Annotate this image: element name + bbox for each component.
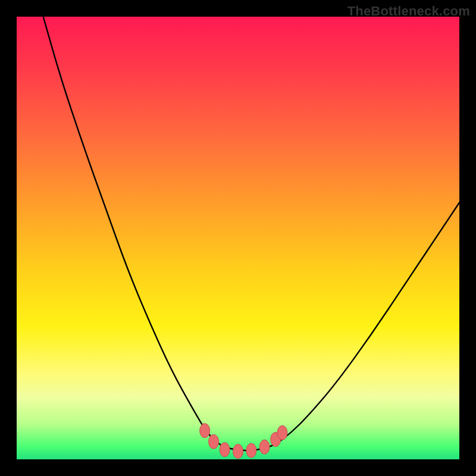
valley-marker	[220, 443, 230, 457]
valley-markers	[200, 424, 287, 459]
valley-marker	[246, 443, 256, 458]
chart-frame: TheBottleneck.com	[0, 0, 476, 476]
valley-marker	[277, 425, 287, 440]
plot-area	[17, 17, 459, 459]
valley-marker	[259, 440, 270, 454]
curve-layer	[17, 17, 459, 459]
bottleneck-curve	[43, 17, 459, 450]
watermark-text: TheBottleneck.com	[347, 4, 470, 19]
valley-marker	[200, 424, 210, 438]
valley-marker	[209, 434, 219, 449]
valley-marker	[233, 444, 243, 459]
